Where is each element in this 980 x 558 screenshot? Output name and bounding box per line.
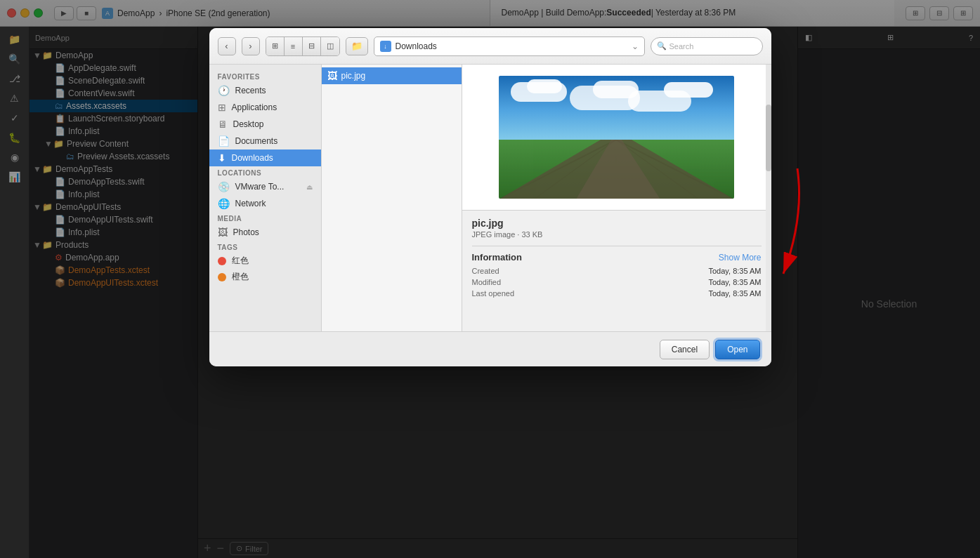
- open-button[interactable]: Open: [715, 340, 759, 359]
- tag-label-orange: 橙色: [232, 271, 249, 283]
- info-value-last-opened: Today, 8:35 AM: [542, 289, 762, 298]
- image-file-icon: 🖼: [327, 70, 337, 81]
- documents-icon: 📄: [218, 135, 230, 147]
- tag-item-red[interactable]: 红色: [209, 253, 321, 269]
- search-field[interactable]: 🔍 Search: [651, 37, 763, 55]
- picker-footer: Cancel Open: [209, 331, 771, 366]
- red-tag-dot: [218, 257, 226, 265]
- info-key: Created: [472, 267, 542, 275]
- preview-image-container: [462, 65, 771, 211]
- preview-filesize: JPEG image · 33 KB: [472, 230, 762, 239]
- scrollbar-track: [766, 65, 771, 331]
- info-row-created: Created Today, 8:35 AM: [472, 267, 762, 275]
- sidebar-label: Recents: [235, 86, 266, 95]
- desktop-icon: 🖥: [218, 119, 228, 130]
- show-more-button[interactable]: Show More: [719, 253, 762, 263]
- gallery-view-button[interactable]: ◫: [321, 37, 339, 55]
- file-picker-dialog: ‹ › ⊞ ≡ ⊟ ◫ 📁 ↓ Downloads ⌄ 🔍 Search: [209, 28, 771, 366]
- sidebar-label: Downloads: [232, 153, 273, 163]
- sidebar-item-photos[interactable]: 🖼 Photos: [209, 224, 321, 241]
- sidebar-label: Documents: [235, 136, 278, 146]
- info-value-created: Today, 8:35 AM: [542, 267, 762, 275]
- picker-files: 🖼 pic.jpg: [322, 65, 462, 331]
- picker-sidebar: Favorites 🕐 Recents ⊞ Applications 🖥 Des…: [209, 65, 322, 331]
- info-value-modified: Today, 8:35 AM: [542, 278, 762, 286]
- cancel-button[interactable]: Cancel: [660, 340, 710, 359]
- sidebar-item-applications[interactable]: ⊞ Applications: [209, 99, 321, 116]
- applications-icon: ⊞: [218, 102, 226, 113]
- info-key: Last opened: [472, 289, 542, 298]
- downloads-folder-icon: ⬇: [218, 152, 226, 164]
- info-row-last-opened: Last opened Today, 8:35 AM: [472, 289, 762, 298]
- modal-overlay: ‹ › ⊞ ≡ ⊟ ◫ 📁 ↓ Downloads ⌄ 🔍 Search: [0, 0, 980, 558]
- location-chevron: ⌄: [632, 41, 639, 51]
- sidebar-label: Network: [235, 199, 266, 208]
- view-buttons: ⊞ ≡ ⊟ ◫: [266, 36, 340, 56]
- scrollbar-thumb[interactable]: [766, 105, 771, 171]
- list-view-button[interactable]: ≡: [285, 37, 303, 55]
- info-section-header: Information Show More: [472, 252, 762, 263]
- preview-filename: pic.jpg: [472, 218, 762, 229]
- orange-tag-dot: [218, 273, 226, 281]
- photos-icon: 🖼: [218, 227, 228, 238]
- column-view-button[interactable]: ⊟: [303, 37, 321, 55]
- sidebar-item-network[interactable]: 🌐 Network: [209, 195, 321, 212]
- file-item-pic-jpg[interactable]: 🖼 pic.jpg: [322, 67, 462, 84]
- location-label: Downloads: [396, 41, 437, 51]
- locations-label: Locations: [209, 166, 321, 178]
- info-row-modified: Modified Today, 8:35 AM: [472, 278, 762, 286]
- back-button[interactable]: ‹: [218, 37, 236, 55]
- forward-button[interactable]: ›: [242, 37, 260, 55]
- info-key: Modified: [472, 278, 542, 286]
- divider: [472, 246, 762, 246]
- picker-preview: pic.jpg JPEG image · 33 KB Information S…: [462, 65, 771, 331]
- network-icon: 🌐: [218, 198, 230, 209]
- icon-view-button[interactable]: ⊞: [266, 37, 285, 55]
- sidebar-item-vmware[interactable]: 💿 VMware To... ⏏: [209, 178, 321, 195]
- field-layer: [499, 140, 734, 199]
- picker-body: Favorites 🕐 Recents ⊞ Applications 🖥 Des…: [209, 65, 771, 331]
- eject-icon: ⏏: [306, 183, 313, 191]
- sidebar-item-desktop[interactable]: 🖥 Desktop: [209, 116, 321, 133]
- sidebar-item-documents[interactable]: 📄 Documents: [209, 133, 321, 150]
- tag-label-red: 红色: [232, 255, 249, 267]
- downloads-icon: ↓: [380, 41, 391, 52]
- new-folder-button[interactable]: 📁: [346, 37, 368, 55]
- sidebar-label: Photos: [233, 227, 259, 237]
- preview-image: [499, 76, 734, 199]
- preview-info: pic.jpg JPEG image · 33 KB Information S…: [462, 211, 771, 307]
- favorites-label: Favorites: [209, 70, 321, 82]
- drive-icon: 💿: [218, 181, 230, 192]
- sidebar-label: Applications: [232, 102, 277, 112]
- search-placeholder: Search: [669, 42, 694, 51]
- tags-label: Tags: [209, 241, 321, 253]
- cloud-2: [527, 79, 562, 93]
- clock-icon: 🕐: [218, 85, 230, 96]
- location-bar[interactable]: ↓ Downloads ⌄: [374, 36, 645, 56]
- media-label: Media: [209, 212, 321, 224]
- cloud-6: [664, 82, 713, 98]
- sidebar-item-recents[interactable]: 🕐 Recents: [209, 82, 321, 99]
- picker-toolbar: ‹ › ⊞ ≡ ⊟ ◫ 📁 ↓ Downloads ⌄ 🔍 Search: [209, 28, 771, 65]
- file-label: pic.jpg: [341, 71, 366, 81]
- sidebar-label: VMware To...: [235, 182, 285, 192]
- tag-item-orange[interactable]: 橙色: [209, 269, 321, 285]
- search-icon: 🔍: [657, 41, 667, 51]
- sidebar-item-downloads[interactable]: ⬇ Downloads: [209, 150, 321, 166]
- info-label: Information: [472, 252, 523, 263]
- sidebar-label: Desktop: [233, 119, 264, 129]
